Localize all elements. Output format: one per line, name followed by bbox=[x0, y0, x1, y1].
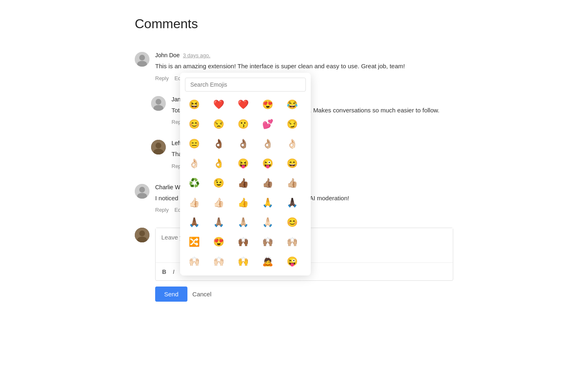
emoji-cell[interactable]: 🙌🏻 bbox=[185, 253, 203, 271]
emoji-cell[interactable]: 🙏🏽 bbox=[209, 213, 227, 231]
avatar bbox=[151, 140, 166, 155]
emoji-cell[interactable]: 😊 bbox=[283, 213, 301, 231]
comment-form-wrapper: 😆 ❤️ ❤️ 😍 😂 😊 😒 😗 💕 😏 😑 👌🏾 bbox=[135, 220, 453, 309]
emoji-cell[interactable]: 😄 bbox=[283, 155, 301, 172]
emoji-cell[interactable]: 😒 bbox=[209, 115, 227, 133]
emoji-cell[interactable]: 👌🏼 bbox=[258, 135, 276, 153]
emoji-cell[interactable]: 🔀 bbox=[185, 233, 203, 251]
italic-button[interactable]: I bbox=[170, 267, 177, 277]
form-footer: Send Cancel bbox=[155, 287, 453, 302]
page-wrapper: Comments John Doe 3 days ago. This is an… bbox=[110, 0, 478, 325]
bold-button[interactable]: B bbox=[160, 267, 169, 277]
reply-button[interactable]: Reply bbox=[155, 207, 169, 213]
emoji-cell[interactable]: 🙌🏽 bbox=[258, 233, 276, 251]
page-title: Comments bbox=[135, 16, 453, 31]
emoji-cell[interactable]: 🙏🏾 bbox=[185, 213, 203, 231]
emoji-cell[interactable]: 👍🏻 bbox=[209, 194, 227, 212]
emoji-cell[interactable]: 🙏🏿 bbox=[283, 194, 301, 212]
emoji-cell[interactable]: 👍🏽 bbox=[258, 174, 276, 192]
send-button[interactable]: Send bbox=[155, 287, 187, 302]
emoji-cell[interactable]: ♻️ bbox=[185, 174, 203, 192]
emoji-cell[interactable]: ❤️ bbox=[209, 96, 227, 114]
emoji-cell[interactable]: 👍🏻 bbox=[185, 194, 203, 212]
svg-point-13 bbox=[139, 231, 145, 236]
emoji-cell[interactable]: 😍 bbox=[258, 96, 276, 114]
emoji-cell[interactable]: 😑 bbox=[185, 135, 203, 153]
emoji-cell[interactable]: 😉 bbox=[209, 174, 227, 192]
emoji-picker: 😆 ❤️ ❤️ 😍 😂 😊 😒 😗 💕 😏 😑 👌🏾 bbox=[180, 73, 311, 275]
svg-point-7 bbox=[156, 143, 161, 148]
avatar bbox=[151, 96, 166, 111]
emoji-cell[interactable]: 🙌🏻 bbox=[209, 253, 227, 271]
emoji-cell[interactable]: 😏 bbox=[283, 115, 301, 133]
emoji-cell[interactable]: 😍 bbox=[209, 233, 227, 251]
avatar bbox=[135, 184, 149, 199]
emoji-cell[interactable]: 🙌 bbox=[234, 253, 252, 271]
emoji-cell[interactable]: 🙏🏼 bbox=[234, 213, 252, 231]
emoji-cell[interactable]: 💕 bbox=[258, 115, 276, 133]
emoji-search-input[interactable] bbox=[185, 78, 306, 92]
emoji-cell[interactable]: 👌🏻 bbox=[283, 135, 301, 153]
emoji-cell[interactable]: 😜 bbox=[258, 155, 276, 172]
emoji-cell[interactable]: 😜 bbox=[283, 253, 301, 271]
emoji-cell[interactable]: 😝 bbox=[234, 155, 252, 172]
emoji-cell[interactable]: 🙌🏾 bbox=[234, 233, 252, 251]
emoji-cell[interactable]: 👌🏾 bbox=[209, 135, 227, 153]
comment-text: This is an amazing extension! The interf… bbox=[155, 62, 433, 71]
emoji-cell[interactable]: 😂 bbox=[283, 96, 301, 114]
emoji-grid: 😆 ❤️ ❤️ 😍 😂 😊 😒 😗 💕 😏 😑 👌🏾 bbox=[185, 96, 306, 271]
emoji-cell[interactable]: 🙇 bbox=[258, 253, 276, 271]
comment-time[interactable]: 3 days ago. bbox=[183, 52, 210, 58]
emoji-cell[interactable]: 👍 bbox=[234, 194, 252, 212]
emoji-cell[interactable]: 😗 bbox=[234, 115, 252, 133]
emoji-cell[interactable]: 👌🏻 bbox=[185, 155, 203, 172]
svg-point-1 bbox=[139, 55, 145, 60]
emoji-cell[interactable]: 🙏 bbox=[258, 194, 276, 212]
emoji-cell[interactable]: 😆 bbox=[185, 96, 203, 114]
comments-list: John Doe 3 days ago. This is an amazing … bbox=[135, 45, 453, 309]
comment-form: 😆 ❤️ ❤️ 😍 😂 😊 😒 😗 💕 😏 😑 👌🏾 bbox=[155, 228, 453, 281]
comment-meta: John Doe 3 days ago. bbox=[155, 52, 453, 58]
svg-point-4 bbox=[156, 99, 161, 105]
emoji-cell[interactable]: 🙏🏻 bbox=[258, 213, 276, 231]
cancel-button[interactable]: Cancel bbox=[192, 291, 212, 298]
emoji-cell[interactable]: 👌🏽 bbox=[234, 135, 252, 153]
emoji-cell[interactable]: 👍🏾 bbox=[234, 174, 252, 192]
emoji-cell[interactable]: ❤️ bbox=[234, 96, 252, 114]
reply-button[interactable]: Reply bbox=[155, 75, 169, 81]
emoji-cell[interactable]: 👍🏼 bbox=[283, 174, 301, 192]
current-user-avatar bbox=[135, 228, 149, 242]
emoji-cell[interactable]: 😊 bbox=[185, 115, 203, 133]
emoji-cell[interactable]: 👌 bbox=[209, 155, 227, 172]
emoji-cell[interactable]: 🙌🏼 bbox=[283, 233, 301, 251]
svg-point-10 bbox=[139, 187, 145, 193]
avatar bbox=[135, 52, 149, 67]
comment-author: John Doe bbox=[155, 52, 180, 58]
